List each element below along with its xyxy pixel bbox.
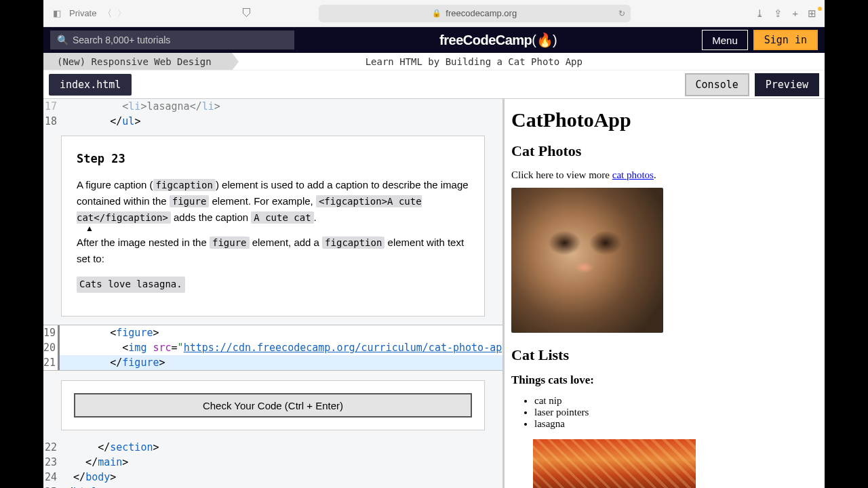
- preview-h2-lists: Cat Lists: [511, 346, 818, 364]
- breadcrumb: (New) Responsive Web Design Learn HTML b…: [43, 53, 825, 70]
- list-item: lasagna: [534, 418, 818, 430]
- editor-tabs: index.html Console Preview: [43, 70, 825, 99]
- breadcrumb-lesson[interactable]: Learn HTML by Building a Cat Photo App: [232, 53, 825, 70]
- cat-image[interactable]: [511, 188, 663, 333]
- search-icon: 🔍: [57, 35, 68, 45]
- forward-button[interactable]: 〉: [117, 7, 126, 20]
- preview-paragraph: Click here to view more cat photos.: [511, 169, 818, 181]
- instruction-panel: Step 23 A figure caption (figcaption) el…: [61, 136, 485, 317]
- tabs-icon[interactable]: ⊞: [808, 7, 816, 20]
- site-logo[interactable]: freeCodeCamp(🔥): [439, 32, 557, 48]
- preview-pane: CatPhotoApp Cat Photos Click here to vie…: [505, 99, 825, 488]
- editable-region[interactable]: 19 <figure> 20 <img src="https://cdn.fre…: [43, 325, 502, 371]
- back-button[interactable]: 〈: [103, 7, 112, 20]
- sidebar-icon[interactable]: ◧: [52, 8, 62, 18]
- preview-h1: CatPhotoApp: [511, 108, 818, 131]
- instruction-code: Cats love lasagna.: [77, 277, 185, 293]
- shield-icon[interactable]: ⛉: [241, 7, 252, 20]
- reload-icon[interactable]: ↻: [618, 9, 625, 18]
- lasagna-image[interactable]: [533, 439, 696, 488]
- preview-h3: Things cats love:: [511, 373, 818, 387]
- cat-photos-link[interactable]: cat photos: [612, 169, 654, 180]
- breadcrumb-course[interactable]: (New) Responsive Web Design: [43, 53, 232, 70]
- instruction-text-2: After the image nested in the figure ele…: [77, 235, 469, 266]
- check-panel: Check Your Code (Ctrl + Enter): [61, 380, 485, 430]
- preview-button[interactable]: Preview: [755, 73, 819, 96]
- site-header: 🔍 Search 8,000+ tutorials freeCodeCamp(🔥…: [43, 27, 825, 53]
- editor-pane[interactable]: 17 <li>lasagna</li> 18 </ul> Step 23 A f…: [43, 99, 505, 488]
- search-placeholder: Search 8,000+ tutorials: [73, 35, 170, 45]
- love-list: cat nip laser pointers lasagna: [511, 395, 818, 430]
- lock-icon: 🔒: [432, 9, 441, 18]
- list-item: cat nip: [534, 395, 818, 407]
- window-controls[interactable]: [818, 1, 822, 14]
- share-icon[interactable]: ⇪: [774, 7, 783, 20]
- download-icon[interactable]: ⤓: [755, 7, 764, 20]
- check-code-button[interactable]: Check Your Code (Ctrl + Enter): [74, 393, 472, 418]
- file-tab[interactable]: index.html: [49, 74, 132, 96]
- signin-button[interactable]: Sign in: [753, 30, 818, 50]
- url-domain: freecodecamp.org: [446, 8, 517, 18]
- console-button[interactable]: Console: [685, 73, 749, 96]
- private-label: Private: [69, 8, 96, 18]
- new-tab-icon[interactable]: +: [792, 7, 798, 20]
- menu-button[interactable]: Menu: [702, 30, 748, 50]
- step-title: Step 23: [77, 150, 469, 167]
- browser-toolbar: ◧ Private 〈 〉 ⛉ 🔒 freecodecamp.org ↻ ⤓ ⇪…: [43, 0, 825, 27]
- url-bar[interactable]: 🔒 freecodecamp.org ↻: [319, 5, 631, 22]
- preview-h2-photos: Cat Photos: [511, 142, 818, 160]
- list-item: laser pointers: [534, 407, 818, 418]
- search-input[interactable]: 🔍 Search 8,000+ tutorials: [50, 30, 294, 49]
- instruction-text-1: A figure caption (figcaption) element is…: [77, 177, 469, 225]
